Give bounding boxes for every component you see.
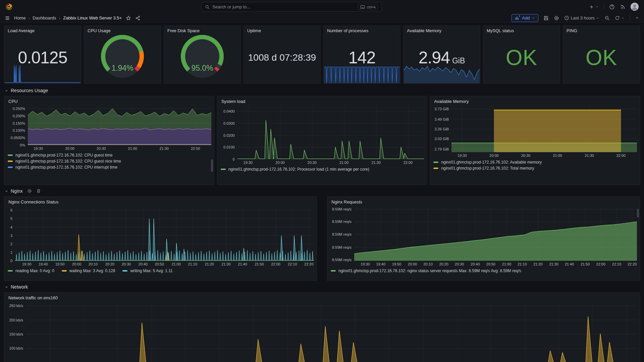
x-tick-label: 22:00 [271, 262, 280, 266]
y-tick-label: 4 [10, 225, 12, 229]
x-axis: 19:3020:0020:3021:0021:3022:00 [451, 152, 637, 158]
series-color-dash [8, 161, 13, 162]
series-color-dash [8, 167, 13, 168]
legend-item[interactable]: nginx01.ghmctsp.prod-172.16.76.102: CPU … [8, 159, 211, 164]
x-tick-label: 20:30 [97, 146, 106, 150]
y-tick-label: 3.73 GiB [435, 107, 449, 111]
panel-title[interactable]: PING [563, 26, 640, 33]
y-tick-label: 8.59M req/s [332, 258, 352, 262]
section-nginx[interactable]: Nginx [5, 188, 640, 194]
x-tick-label: 22:10 [288, 262, 297, 266]
save-dashboard-button[interactable] [543, 15, 549, 21]
x-tick-label: 21:40 [238, 262, 247, 266]
chart-plot[interactable] [237, 106, 424, 159]
legend-item[interactable]: waiting Max: 3 Avg: 0.128 [62, 268, 115, 273]
panel-title[interactable]: Free Disk Space [164, 26, 240, 33]
legend-item[interactable]: reading Max: 0 Avg: 0 [8, 268, 54, 273]
grafana-logo[interactable] [5, 3, 13, 10]
y-axis: 0%0.0500%0.100%0.150%0.200%0.250% [7, 106, 28, 145]
breadcrumb: Home › Dashboards › Zabbix Linux Web Ser… [14, 15, 122, 21]
search-icon [205, 5, 210, 9]
zoom-out-button[interactable] [604, 15, 610, 21]
help-button[interactable] [609, 4, 615, 10]
x-tick-label: 21:10 [188, 262, 197, 266]
legend-label: waiting Max: 3 Avg: 0.128 [69, 268, 115, 273]
x-tick-label: 20:20 [439, 262, 448, 266]
x-tick-label: 19:30 [361, 262, 370, 266]
section-title: Network [11, 284, 28, 290]
dashboard-settings-button[interactable] [554, 15, 559, 21]
y-axis: 100 kb/s150 kb/s200 kb/s250 kb/s [7, 302, 26, 362]
x-tick-label: 20:10 [89, 262, 98, 266]
user-avatar[interactable] [631, 3, 639, 11]
y-tick-label: 0.0300 [223, 121, 235, 125]
legend-scrollbar[interactable] [211, 159, 213, 172]
panel-title[interactable]: CPU Usage [84, 26, 161, 33]
panel-title[interactable]: MySQL status [483, 26, 560, 33]
legend-item[interactable]: nginx01.ghmctsp.prod-172.16.76.102: Avai… [433, 160, 636, 165]
top-nav: Search or jump to... ctrl+k [0, 0, 644, 13]
panel-title[interactable]: Uptime [244, 26, 320, 33]
breadcrumb-dashboards[interactable]: Dashboards [33, 15, 56, 20]
section-resources-usage[interactable]: Resources Usage [5, 88, 640, 93]
search-input[interactable]: Search or jump to... ctrl+k [201, 2, 382, 12]
section-delete-button[interactable] [36, 189, 41, 193]
legend-item[interactable]: writing Max: 5 Avg: 1.11 [122, 268, 172, 273]
legend-item[interactable]: nginx01.ghmctsp.prod-172.16.76.102: ngin… [331, 268, 636, 273]
x-tick-label: 21:50 [581, 262, 590, 266]
x-tick-label: 20:40 [139, 262, 148, 266]
panel-title[interactable]: Network traffic on ens160 [7, 295, 637, 302]
trash-icon [36, 189, 41, 193]
y-tick-label: 100 kb/s [9, 346, 23, 350]
plus-icon [589, 4, 594, 9]
panel-title[interactable]: Load Average [4, 26, 81, 33]
legend-item[interactable]: nginx01.ghmctsp.prod-172.16.76.102: Tota… [433, 166, 636, 171]
news-button[interactable] [620, 4, 626, 10]
rss-icon [620, 4, 626, 10]
panel-title[interactable]: System load [220, 98, 424, 106]
stat-panel-free-disk: Free Disk Space 95.0% [164, 25, 241, 84]
panel-title[interactable]: Number of processes [324, 26, 400, 33]
legend-label: nginx01.ghmctsp.prod-172.16.76.102: Tota… [441, 166, 534, 171]
chevron-down-icon [5, 89, 8, 93]
chart-plot[interactable] [15, 206, 314, 261]
add-button[interactable]: Add [512, 14, 538, 22]
section-network[interactable]: Network [5, 284, 640, 290]
panel-title[interactable]: Nginx Requests [330, 199, 637, 206]
y-tick-label: 0.100% [13, 128, 25, 132]
legend-item[interactable]: nginx01.ghmctsp.prod-172.16.76.102: CPU … [8, 165, 211, 170]
y-tick-label: 0.150% [13, 121, 25, 125]
dashboard-content: Load Average 0.0125 CPU Usage 1.94% Free… [0, 23, 644, 362]
legend-item[interactable]: nginx01.ghmctsp.prod-172.16.76.102: CPU … [8, 153, 211, 158]
new-button[interactable] [589, 4, 599, 9]
mega-menu-button[interactable] [5, 15, 10, 21]
panel-title[interactable]: Nginx Connections Status [7, 199, 314, 206]
collapse-toolbar-button[interactable] [635, 16, 639, 20]
chart-plot[interactable] [28, 106, 211, 145]
x-tick-label: 21:00 [502, 262, 512, 266]
x-tick-label: 21:00 [128, 146, 137, 150]
section-settings-button[interactable] [27, 189, 32, 193]
panel-nginx-requests: Nginx Requests 8.59M req/s8.59M req/s8.5… [327, 196, 640, 281]
panel-title[interactable]: Available Memory [404, 26, 480, 33]
legend-item[interactable]: nginx01.ghmctsp.prod-172.16.76.102: Proc… [221, 167, 424, 172]
x-tick-label: 19:30 [458, 154, 467, 158]
time-range-picker[interactable]: Last 3 hours [564, 15, 599, 20]
stat-panel-mysql-status: MySQL status OK [483, 25, 560, 84]
stat-panel-available-memory: Available Memory 2.94 GiB [403, 25, 480, 84]
chart-plot[interactable] [354, 206, 637, 261]
y-axis: 8.59M req/s8.59M req/s8.59M req/s8.59M r… [330, 206, 354, 261]
x-tick-label: 21:30 [585, 154, 594, 158]
panel-title[interactable]: CPU [7, 98, 211, 106]
refresh-button[interactable] [615, 15, 625, 20]
favorite-button[interactable] [126, 15, 131, 21]
stat-panel-uptime: Uptime 1008 d 07:28:39 [244, 25, 321, 84]
y-tick-label: 3.26 GiB [435, 127, 449, 131]
breadcrumb-home[interactable]: Home [14, 15, 26, 20]
panel-title[interactable]: Available Memory [433, 98, 637, 106]
chart-plot[interactable] [451, 106, 637, 152]
panel-scrollbar[interactable] [637, 209, 639, 218]
y-tick-label: 3.03 GiB [435, 137, 449, 141]
share-button[interactable] [135, 15, 141, 21]
chart-plot[interactable] [26, 302, 637, 362]
